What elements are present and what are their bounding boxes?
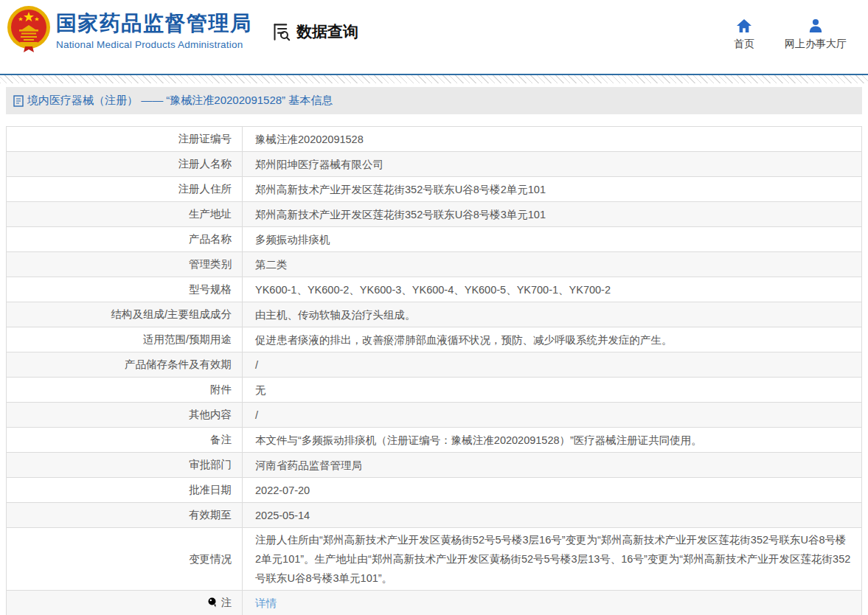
user-icon bbox=[808, 18, 824, 33]
home-label: 首页 bbox=[734, 38, 754, 51]
table-row: 有效期至 2025-05-14 bbox=[7, 503, 861, 528]
brand-title: 国家药品监督管理局 bbox=[56, 13, 252, 35]
row-value: / bbox=[243, 352, 861, 377]
online-hall-label: 网上办事大厅 bbox=[785, 38, 847, 51]
row-label: 注 bbox=[7, 591, 243, 615]
page: 国家药品监督管理局 National Medical Products Admi… bbox=[0, 0, 868, 615]
row-label: 其他内容 bbox=[7, 403, 243, 427]
row-value: 2025-05-14 bbox=[243, 503, 861, 527]
row-value: 注册人住所由“郑州高新技术产业开发区黄杨街52号5号楼3层16号”变更为“郑州高… bbox=[243, 528, 861, 590]
row-value: 促进患者痰液的排出，改善瘀滞肺部血液循环状况，预防、减少呼吸系统并发症的产生。 bbox=[243, 327, 861, 352]
row-label: 产品储存条件及有效期 bbox=[7, 352, 243, 377]
table-row: 生产地址 郑州高新技术产业开发区莲花街352号联东U谷8号楼3单元101 bbox=[7, 202, 861, 227]
document-search-icon bbox=[271, 22, 291, 42]
home-link[interactable]: 首页 bbox=[725, 18, 763, 51]
section-title-bar: 境内医疗器械（注册） —— “豫械注准20202091528” 基本信息 bbox=[6, 87, 862, 114]
section-title: 境内医疗器械（注册） —— “豫械注准20202091528” 基本信息 bbox=[13, 94, 333, 108]
row-value: 本文件与“多频振动排痰机（注册证编号：豫械注准20202091528）”医疗器械… bbox=[243, 428, 861, 452]
table-row: 附件 无 bbox=[7, 378, 861, 403]
table-row-note: 注 详情 bbox=[7, 591, 861, 615]
table-row: 适用范围/预期用途 促进患者痰液的排出，改善瘀滞肺部血液循环状况，预防、减少呼吸… bbox=[7, 327, 861, 352]
home-icon bbox=[736, 18, 752, 33]
row-label: 注册人住所 bbox=[7, 177, 243, 201]
row-value: 河南省药品监督管理局 bbox=[243, 453, 861, 477]
data-query-nav[interactable]: 数据查询 bbox=[271, 21, 358, 42]
table-row: 注册人名称 郑州阳坤医疗器械有限公司 bbox=[7, 152, 861, 177]
emblem-icon bbox=[7, 5, 51, 52]
section-title-text: 境内医疗器械（注册） —— “豫械注准20202091528” 基本信息 bbox=[27, 94, 333, 108]
table-row: 产品名称 多频振动排痰机 bbox=[7, 227, 861, 252]
row-label: 附件 bbox=[7, 378, 243, 402]
row-label: 生产地址 bbox=[7, 202, 243, 226]
row-label: 审批部门 bbox=[7, 453, 243, 477]
table-row: 批准日期 2022-07-20 bbox=[7, 478, 861, 503]
table-row-change-info: 变更情况 注册人住所由“郑州高新技术产业开发区黄杨街52号5号楼3层16号”变更… bbox=[7, 528, 861, 591]
registration-info-table: 注册证编号 豫械注准20202091528 注册人名称 郑州阳坤医疗器械有限公司… bbox=[6, 126, 862, 615]
row-label: 注册人名称 bbox=[7, 152, 243, 176]
note-bulb-icon bbox=[208, 597, 217, 608]
table-row: 注册人住所 郑州高新技术产业开发区莲花街352号联东U谷8号楼2单元101 bbox=[7, 177, 861, 202]
row-label: 管理类别 bbox=[7, 252, 243, 277]
row-label: 有效期至 bbox=[7, 503, 243, 527]
row-value: 郑州高新技术产业开发区莲花街352号联东U谷8号楼2单元101 bbox=[243, 177, 861, 201]
table-row: 其他内容 / bbox=[7, 403, 861, 428]
hatched-band bbox=[0, 75, 868, 83]
row-value: / bbox=[243, 403, 861, 427]
brand-subtitle: National Medical Products Administration bbox=[56, 39, 252, 50]
row-value: 详情 bbox=[243, 591, 861, 615]
online-hall-link[interactable]: 网上办事大厅 bbox=[779, 18, 853, 51]
table-row: 注册证编号 豫械注准20202091528 bbox=[7, 127, 861, 152]
row-value: 第二类 bbox=[243, 252, 861, 277]
row-value: 豫械注准20202091528 bbox=[243, 127, 861, 151]
national-emblem-logo[interactable] bbox=[7, 5, 51, 52]
row-value: 郑州阳坤医疗器械有限公司 bbox=[243, 152, 861, 176]
row-value: 无 bbox=[243, 378, 861, 402]
document-icon bbox=[13, 95, 24, 107]
row-label: 产品名称 bbox=[7, 227, 243, 251]
row-label: 变更情况 bbox=[7, 528, 243, 590]
brand-block[interactable]: 国家药品监督管理局 National Medical Products Admi… bbox=[56, 13, 252, 50]
row-label: 型号规格 bbox=[7, 277, 243, 302]
row-value: 多频振动排痰机 bbox=[243, 227, 861, 251]
row-value: 2022-07-20 bbox=[243, 478, 861, 502]
table-row: 管理类别 第二类 bbox=[7, 252, 861, 277]
row-label: 结构及组成/主要组成成分 bbox=[7, 302, 243, 327]
table-row: 产品储存条件及有效期 / bbox=[7, 352, 861, 378]
site-header: 国家药品监督管理局 National Medical Products Admi… bbox=[0, 0, 868, 74]
row-label: 备注 bbox=[7, 428, 243, 452]
row-value: 郑州高新技术产业开发区莲花街352号联东U谷8号楼3单元101 bbox=[243, 202, 861, 226]
row-value: 由主机、传动软轴及治疗头组成。 bbox=[243, 302, 861, 327]
table-row: 型号规格 YK600-1、YK600-2、YK600-3、YK600-4、YK6… bbox=[7, 277, 861, 302]
row-label: 适用范围/预期用途 bbox=[7, 327, 243, 352]
row-label: 批准日期 bbox=[7, 478, 243, 502]
row-value: YK600-1、YK600-2、YK600-3、YK600-4、YK600-5、… bbox=[243, 277, 861, 302]
detail-link[interactable]: 详情 bbox=[255, 594, 277, 613]
table-row: 结构及组成/主要组成成分 由主机、传动软轴及治疗头组成。 bbox=[7, 302, 861, 327]
data-query-label: 数据查询 bbox=[296, 21, 358, 42]
row-label: 注册证编号 bbox=[7, 127, 243, 151]
note-label: 注 bbox=[221, 596, 232, 610]
table-row: 备注 本文件与“多频振动排痰机（注册证编号：豫械注准20202091528）”医… bbox=[7, 428, 861, 453]
table-row: 审批部门 河南省药品监督管理局 bbox=[7, 453, 861, 478]
